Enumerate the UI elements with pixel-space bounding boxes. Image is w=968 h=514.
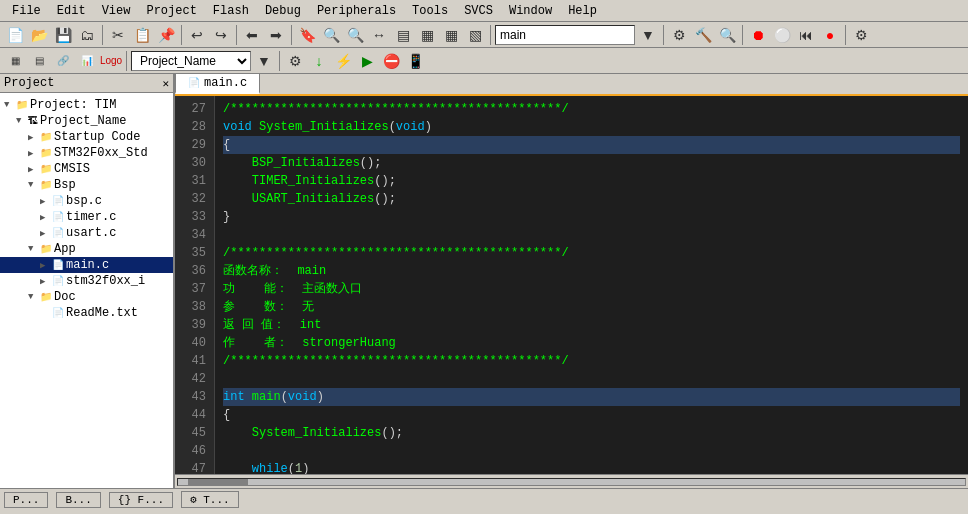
expand-root[interactable]: ▼: [4, 100, 16, 110]
folder-icon-bsp: 📁: [40, 179, 52, 191]
menu-help[interactable]: Help: [560, 2, 605, 20]
save-button[interactable]: 💾: [52, 24, 74, 46]
tab-file-icon: 📄: [188, 77, 200, 89]
menu-edit[interactable]: Edit: [49, 2, 94, 20]
project-dropdown[interactable]: ▼: [253, 50, 275, 72]
tb2-btn4[interactable]: 📊: [76, 50, 98, 72]
new-button[interactable]: 📄: [4, 24, 26, 46]
menu-view[interactable]: View: [94, 2, 139, 20]
bottom-tab-t[interactable]: ⚙ T...: [181, 491, 239, 508]
tree-item-doc[interactable]: ▼ 📁 Doc: [0, 289, 173, 305]
tool4-button[interactable]: ▧: [464, 24, 486, 46]
tool3-button[interactable]: ▦: [440, 24, 462, 46]
tree-item-startup[interactable]: ▶ 📁 Startup Code: [0, 129, 173, 145]
tree-item-usart-c[interactable]: ▶ 📄 usart.c: [0, 225, 173, 241]
open-app-button[interactable]: 📱: [404, 50, 426, 72]
target-dropdown[interactable]: ▼: [637, 24, 659, 46]
expand-stm32[interactable]: ▶: [28, 148, 40, 159]
project-icon: 🏗: [28, 115, 38, 127]
flash-erase-button[interactable]: ⚡: [332, 50, 354, 72]
menu-peripherals[interactable]: Peripherals: [309, 2, 404, 20]
tree-item-app[interactable]: ▼ 📁 App: [0, 241, 173, 257]
tree-item-timer-c[interactable]: ▶ 📄 timer.c: [0, 209, 173, 225]
tree-label-timer-c: timer.c: [66, 210, 116, 224]
tree-item-readme[interactable]: 📄 ReadMe.txt: [0, 305, 173, 321]
save-all-button[interactable]: 🗂: [76, 24, 98, 46]
file-icon-bsp-c: 📄: [52, 195, 64, 207]
debug4-button[interactable]: ●: [819, 24, 841, 46]
tb2-btn1[interactable]: ▦: [4, 50, 26, 72]
redo-button[interactable]: ↪: [210, 24, 232, 46]
expand-main-c[interactable]: ▶: [40, 260, 52, 271]
tb2-btn3[interactable]: 🔗: [52, 50, 74, 72]
panel-close-button[interactable]: ✕: [162, 77, 169, 90]
bottom-tab-p[interactable]: P...: [4, 492, 48, 508]
nav-fwd-button[interactable]: ➡: [265, 24, 287, 46]
folder-icon-app: 📁: [40, 243, 52, 255]
menu-flash[interactable]: Flash: [205, 2, 257, 20]
expand-timer-c[interactable]: ▶: [40, 212, 52, 223]
menu-window[interactable]: Window: [501, 2, 560, 20]
paste-button[interactable]: 📌: [155, 24, 177, 46]
target-input[interactable]: [495, 25, 635, 45]
debug1-button[interactable]: ⏺: [747, 24, 769, 46]
scroll-thumb-h[interactable]: [188, 479, 248, 485]
tree-item-bsp-c[interactable]: ▶ 📄 bsp.c: [0, 193, 173, 209]
tool2-button[interactable]: ▦: [416, 24, 438, 46]
find-button[interactable]: 🔍: [320, 24, 342, 46]
expand-stm32f0xx-i[interactable]: ▶: [40, 276, 52, 287]
expand-bsp-c[interactable]: ▶: [40, 196, 52, 207]
expand-cmsis[interactable]: ▶: [28, 164, 40, 175]
stop-button[interactable]: ⛔: [380, 50, 402, 72]
build1-button[interactable]: ⚙: [668, 24, 690, 46]
copy-button[interactable]: 📋: [131, 24, 153, 46]
scroll-track-h[interactable]: [177, 478, 966, 486]
run-button[interactable]: ▶: [356, 50, 378, 72]
tree-item-bsp[interactable]: ▼ 📁 Bsp: [0, 177, 173, 193]
ln-38: 38: [183, 298, 206, 316]
expand-project[interactable]: ▼: [16, 116, 28, 126]
bottom-tab-b[interactable]: B...: [56, 492, 100, 508]
menu-file[interactable]: File: [4, 2, 49, 20]
menu-debug[interactable]: Debug: [257, 2, 309, 20]
horizontal-scrollbar[interactable]: [175, 474, 968, 488]
settings-button[interactable]: ⚙: [850, 24, 872, 46]
tb2-btn2[interactable]: ▤: [28, 50, 50, 72]
flash-download-button[interactable]: ↓: [308, 50, 330, 72]
tb2-logo[interactable]: Logo: [100, 50, 122, 72]
bookmark-button[interactable]: 🔖: [296, 24, 318, 46]
build2-button[interactable]: 🔨: [692, 24, 714, 46]
nav-back-button[interactable]: ⬅: [241, 24, 263, 46]
expand-startup[interactable]: ▶: [28, 132, 40, 143]
tree-item-project[interactable]: ▼ 🏗 Project_Name: [0, 113, 173, 129]
tree-item-stm32f0xx-i[interactable]: ▶ 📄 stm32f0xx_i: [0, 273, 173, 289]
expand-bsp[interactable]: ▼: [28, 180, 40, 190]
bottom-tab-f[interactable]: {} F...: [109, 492, 173, 508]
tree-item-main-c[interactable]: ▶ 📄 main.c: [0, 257, 173, 273]
target-settings-button[interactable]: ⚙: [284, 50, 306, 72]
menu-tools[interactable]: Tools: [404, 2, 456, 20]
expand-doc[interactable]: ▼: [28, 292, 40, 302]
search2-button[interactable]: 🔍: [716, 24, 738, 46]
debug2-button[interactable]: ⚪: [771, 24, 793, 46]
expand-app[interactable]: ▼: [28, 244, 40, 254]
tool1-button[interactable]: ▤: [392, 24, 414, 46]
undo-button[interactable]: ↩: [186, 24, 208, 46]
find2-button[interactable]: 🔍: [344, 24, 366, 46]
editor-tab-main-c[interactable]: 📄 main.c: [175, 74, 260, 94]
menu-project[interactable]: Project: [138, 2, 204, 20]
expand-usart-c[interactable]: ▶: [40, 228, 52, 239]
cut-button[interactable]: ✂: [107, 24, 129, 46]
debug3-button[interactable]: ⏮: [795, 24, 817, 46]
project-selector[interactable]: Project_Name: [131, 51, 251, 71]
tree-item-root[interactable]: ▼ 📁 Project: TIM: [0, 97, 173, 113]
sep9: [126, 51, 127, 71]
tree-item-stm32[interactable]: ▶ 📁 STM32F0xx_Std: [0, 145, 173, 161]
menu-svcs[interactable]: SVCS: [456, 2, 501, 20]
tree-item-cmsis[interactable]: ▶ 📁 CMSIS: [0, 161, 173, 177]
code-content[interactable]: /***************************************…: [215, 96, 968, 474]
open-button[interactable]: 📂: [28, 24, 50, 46]
ln-44: 44: [183, 406, 206, 424]
replace-button[interactable]: ↔: [368, 24, 390, 46]
file-icon-readme: 📄: [52, 307, 64, 319]
